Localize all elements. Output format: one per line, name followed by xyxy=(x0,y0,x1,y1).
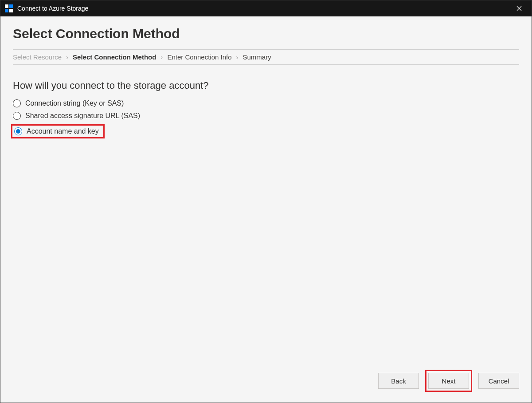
dialog-content: Select Connection Method Select Resource… xyxy=(0,16,532,403)
svg-rect-2 xyxy=(5,9,8,12)
next-button[interactable]: Next xyxy=(428,373,469,389)
svg-rect-0 xyxy=(5,4,8,8)
breadcrumb-step-select-resource[interactable]: Select Resource xyxy=(13,53,62,61)
next-button-highlight: Next xyxy=(425,370,472,392)
chevron-right-icon: › xyxy=(235,53,239,61)
breadcrumb-step-summary: Summary xyxy=(243,53,271,61)
chevron-right-icon: › xyxy=(65,53,69,61)
back-button[interactable]: Back xyxy=(378,373,419,389)
radio-icon xyxy=(14,127,22,135)
window-title: Connect to Azure Storage xyxy=(17,5,509,12)
close-button[interactable] xyxy=(509,2,529,15)
radio-icon xyxy=(13,99,21,107)
radio-label: Shared access signature URL (SAS) xyxy=(25,112,140,120)
question-heading: How will you connect to the storage acco… xyxy=(13,80,519,91)
radio-account-name-key[interactable]: Account name and key xyxy=(11,124,105,138)
breadcrumb-step-select-connection-method: Select Connection Method xyxy=(73,53,156,61)
chevron-right-icon: › xyxy=(160,53,164,61)
dialog-window: Connect to Azure Storage Select Connecti… xyxy=(0,0,532,403)
radio-icon xyxy=(13,112,21,120)
breadcrumb: Select Resource › Select Connection Meth… xyxy=(13,49,519,65)
page-title: Select Connection Method xyxy=(13,26,519,41)
breadcrumb-step-enter-connection-info: Enter Connection Info xyxy=(167,53,231,61)
title-bar: Connect to Azure Storage xyxy=(0,0,532,16)
svg-rect-1 xyxy=(9,4,13,8)
connection-method-options: Connection string (Key or SAS) Shared ac… xyxy=(13,99,519,138)
radio-label: Connection string (Key or SAS) xyxy=(25,99,124,107)
dialog-footer: Back Next Cancel xyxy=(13,359,519,403)
close-icon xyxy=(516,6,522,11)
app-icon xyxy=(5,4,13,12)
svg-rect-3 xyxy=(9,9,13,12)
radio-sas-url[interactable]: Shared access signature URL (SAS) xyxy=(13,112,140,120)
radio-label: Account name and key xyxy=(27,127,99,135)
cancel-button[interactable]: Cancel xyxy=(478,373,519,389)
radio-connection-string[interactable]: Connection string (Key or SAS) xyxy=(13,99,124,107)
